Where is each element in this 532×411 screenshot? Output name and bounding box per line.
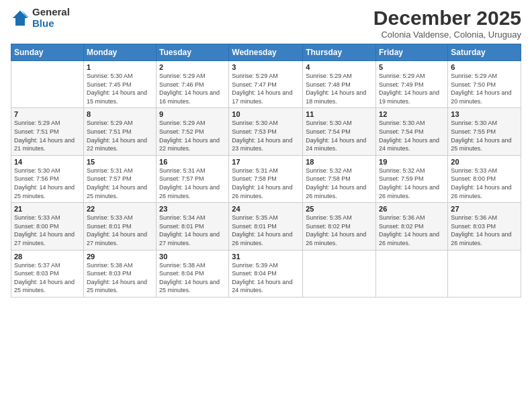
calendar-cell: 30Sunrise: 5:38 AM Sunset: 8:04 PM Dayli… xyxy=(157,250,229,297)
day-info: Sunrise: 5:38 AM Sunset: 8:03 PM Dayligh… xyxy=(87,261,153,295)
calendar-week-row: 7Sunrise: 5:29 AM Sunset: 7:51 PM Daylig… xyxy=(11,108,521,155)
calendar-header-sunday: Sunday xyxy=(11,44,84,61)
calendar-header-tuesday: Tuesday xyxy=(157,44,229,61)
day-number: 14 xyxy=(14,158,81,166)
day-info: Sunrise: 5:34 AM Sunset: 8:01 PM Dayligh… xyxy=(159,214,226,247)
location-title: Colonia Valdense, Colonia, Uruguay xyxy=(373,30,521,40)
calendar-cell: 24Sunrise: 5:35 AM Sunset: 8:01 PM Dayli… xyxy=(229,203,303,250)
calendar-cell: 10Sunrise: 5:30 AM Sunset: 7:53 PM Dayli… xyxy=(229,108,303,155)
calendar-cell: 7Sunrise: 5:29 AM Sunset: 7:51 PM Daylig… xyxy=(11,108,84,155)
day-info: Sunrise: 5:33 AM Sunset: 8:00 PM Dayligh… xyxy=(14,214,81,247)
logo: General Blue xyxy=(11,7,70,29)
calendar-cell: 17Sunrise: 5:31 AM Sunset: 7:58 PM Dayli… xyxy=(229,155,303,202)
day-info: Sunrise: 5:29 AM Sunset: 7:48 PM Dayligh… xyxy=(306,72,373,105)
day-number: 17 xyxy=(232,158,300,166)
day-info: Sunrise: 5:29 AM Sunset: 7:46 PM Dayligh… xyxy=(159,72,226,105)
header: General Blue December 2025 Colonia Valde… xyxy=(11,7,521,40)
calendar-header-wednesday: Wednesday xyxy=(229,44,303,61)
calendar-header-row: SundayMondayTuesdayWednesdayThursdayFrid… xyxy=(11,44,521,61)
day-info: Sunrise: 5:30 AM Sunset: 7:54 PM Dayligh… xyxy=(306,119,373,152)
day-number: 10 xyxy=(232,110,300,118)
calendar-cell: 25Sunrise: 5:35 AM Sunset: 8:02 PM Dayli… xyxy=(303,203,376,250)
day-info: Sunrise: 5:29 AM Sunset: 7:47 PM Dayligh… xyxy=(232,72,300,105)
calendar-cell xyxy=(376,250,448,297)
day-number: 11 xyxy=(306,110,373,118)
logo-text: General Blue xyxy=(32,7,70,29)
calendar-week-row: 1Sunrise: 5:30 AM Sunset: 7:45 PM Daylig… xyxy=(11,61,521,108)
logo-blue-text: Blue xyxy=(32,18,70,30)
calendar-header-monday: Monday xyxy=(83,44,156,61)
calendar-cell: 29Sunrise: 5:38 AM Sunset: 8:03 PM Dayli… xyxy=(83,250,156,297)
calendar-header-thursday: Thursday xyxy=(303,44,376,61)
calendar-cell: 11Sunrise: 5:30 AM Sunset: 7:54 PM Dayli… xyxy=(303,108,376,155)
calendar-cell: 15Sunrise: 5:31 AM Sunset: 7:57 PM Dayli… xyxy=(83,155,156,202)
day-number: 4 xyxy=(306,63,373,71)
day-info: Sunrise: 5:33 AM Sunset: 8:01 PM Dayligh… xyxy=(87,214,153,247)
day-number: 23 xyxy=(159,205,226,213)
calendar-cell xyxy=(448,250,521,297)
calendar-cell: 14Sunrise: 5:30 AM Sunset: 7:56 PM Dayli… xyxy=(11,155,84,202)
day-number: 13 xyxy=(451,110,518,118)
calendar-cell: 22Sunrise: 5:33 AM Sunset: 8:01 PM Dayli… xyxy=(83,203,156,250)
day-number: 31 xyxy=(232,253,300,261)
calendar-cell: 26Sunrise: 5:36 AM Sunset: 8:02 PM Dayli… xyxy=(376,203,448,250)
calendar-week-row: 21Sunrise: 5:33 AM Sunset: 8:00 PM Dayli… xyxy=(11,203,521,250)
day-info: Sunrise: 5:29 AM Sunset: 7:49 PM Dayligh… xyxy=(379,72,445,105)
calendar-header-saturday: Saturday xyxy=(448,44,521,61)
calendar-cell: 8Sunrise: 5:29 AM Sunset: 7:51 PM Daylig… xyxy=(83,108,156,155)
day-info: Sunrise: 5:37 AM Sunset: 8:03 PM Dayligh… xyxy=(14,261,81,295)
calendar-cell: 28Sunrise: 5:37 AM Sunset: 8:03 PM Dayli… xyxy=(11,250,84,297)
day-info: Sunrise: 5:32 AM Sunset: 7:58 PM Dayligh… xyxy=(306,167,373,200)
calendar-cell: 4Sunrise: 5:29 AM Sunset: 7:48 PM Daylig… xyxy=(303,61,376,108)
day-info: Sunrise: 5:33 AM Sunset: 8:00 PM Dayligh… xyxy=(451,167,518,200)
calendar-cell: 16Sunrise: 5:31 AM Sunset: 7:57 PM Dayli… xyxy=(157,155,229,202)
day-info: Sunrise: 5:29 AM Sunset: 7:52 PM Dayligh… xyxy=(159,119,226,152)
logo-general-text: General xyxy=(32,7,70,18)
svg-marker-0 xyxy=(13,10,28,25)
day-number: 25 xyxy=(306,205,373,213)
calendar-cell: 27Sunrise: 5:36 AM Sunset: 8:03 PM Dayli… xyxy=(448,203,521,250)
day-number: 5 xyxy=(379,63,445,71)
day-info: Sunrise: 5:39 AM Sunset: 8:04 PM Dayligh… xyxy=(232,261,300,295)
day-number: 20 xyxy=(451,158,518,166)
day-number: 24 xyxy=(232,205,300,213)
day-info: Sunrise: 5:32 AM Sunset: 7:59 PM Dayligh… xyxy=(379,167,445,200)
calendar-cell: 2Sunrise: 5:29 AM Sunset: 7:46 PM Daylig… xyxy=(157,61,229,108)
day-number: 28 xyxy=(14,253,81,261)
day-number: 3 xyxy=(232,63,300,71)
day-number: 27 xyxy=(451,205,518,213)
day-info: Sunrise: 5:35 AM Sunset: 8:02 PM Dayligh… xyxy=(306,214,373,247)
page: General Blue December 2025 Colonia Valde… xyxy=(0,0,532,411)
day-number: 1 xyxy=(87,63,153,71)
day-info: Sunrise: 5:29 AM Sunset: 7:50 PM Dayligh… xyxy=(451,72,518,105)
day-number: 21 xyxy=(14,205,81,213)
calendar-cell xyxy=(11,61,84,108)
calendar-cell: 31Sunrise: 5:39 AM Sunset: 8:04 PM Dayli… xyxy=(229,250,303,297)
day-info: Sunrise: 5:31 AM Sunset: 7:57 PM Dayligh… xyxy=(159,167,226,200)
day-number: 29 xyxy=(87,253,153,261)
calendar-cell: 20Sunrise: 5:33 AM Sunset: 8:00 PM Dayli… xyxy=(448,155,521,202)
calendar-cell: 1Sunrise: 5:30 AM Sunset: 7:45 PM Daylig… xyxy=(83,61,156,108)
calendar-header-friday: Friday xyxy=(376,44,448,61)
calendar-cell: 3Sunrise: 5:29 AM Sunset: 7:47 PM Daylig… xyxy=(229,61,303,108)
day-number: 2 xyxy=(159,63,226,71)
day-number: 22 xyxy=(87,205,153,213)
calendar-week-row: 28Sunrise: 5:37 AM Sunset: 8:03 PM Dayli… xyxy=(11,250,521,297)
day-info: Sunrise: 5:30 AM Sunset: 7:53 PM Dayligh… xyxy=(232,119,300,152)
calendar-cell: 9Sunrise: 5:29 AM Sunset: 7:52 PM Daylig… xyxy=(157,108,229,155)
day-number: 19 xyxy=(379,158,445,166)
day-info: Sunrise: 5:36 AM Sunset: 8:02 PM Dayligh… xyxy=(379,214,445,247)
day-info: Sunrise: 5:29 AM Sunset: 7:51 PM Dayligh… xyxy=(14,119,81,152)
title-area: December 2025 Colonia Valdense, Colonia,… xyxy=(373,7,521,40)
day-info: Sunrise: 5:35 AM Sunset: 8:01 PM Dayligh… xyxy=(232,214,300,247)
day-info: Sunrise: 5:31 AM Sunset: 7:58 PM Dayligh… xyxy=(232,167,300,200)
calendar-week-row: 14Sunrise: 5:30 AM Sunset: 7:56 PM Dayli… xyxy=(11,155,521,202)
calendar-cell: 5Sunrise: 5:29 AM Sunset: 7:49 PM Daylig… xyxy=(376,61,448,108)
calendar-cell: 23Sunrise: 5:34 AM Sunset: 8:01 PM Dayli… xyxy=(157,203,229,250)
day-info: Sunrise: 5:36 AM Sunset: 8:03 PM Dayligh… xyxy=(451,214,518,247)
day-number: 9 xyxy=(159,110,226,118)
calendar-cell: 19Sunrise: 5:32 AM Sunset: 7:59 PM Dayli… xyxy=(376,155,448,202)
day-number: 12 xyxy=(379,110,445,118)
day-info: Sunrise: 5:30 AM Sunset: 7:45 PM Dayligh… xyxy=(87,72,153,105)
month-title: December 2025 xyxy=(373,7,521,30)
